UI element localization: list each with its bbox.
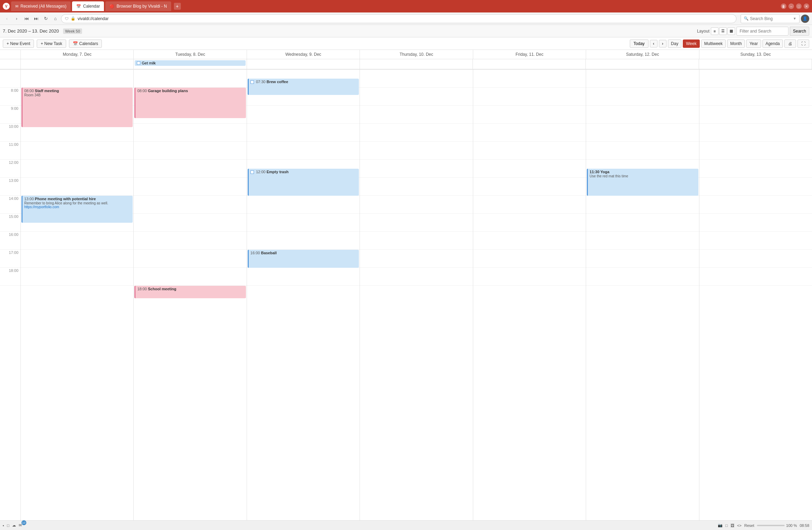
screenshot-icon[interactable]: 📷 (718, 523, 723, 528)
layout-icon-3[interactable]: ▦ (727, 27, 735, 35)
event-school-meeting[interactable]: 18:00 School meeting (134, 286, 246, 298)
thu-16[interactable] (360, 232, 473, 250)
mon-13[interactable] (21, 178, 133, 196)
tue-16[interactable] (134, 232, 246, 250)
tue-15[interactable] (134, 214, 246, 232)
event-brew-coffee[interactable]: 07:30 Brew coffee (248, 79, 359, 95)
sun-13[interactable] (699, 178, 812, 196)
phone-meeting-link[interactable]: https://myportfolio.com (24, 205, 131, 209)
thu-15[interactable] (360, 214, 473, 232)
wed-9[interactable] (247, 106, 360, 124)
mon-12[interactable] (21, 160, 133, 178)
calendars-button[interactable]: 📅 Calendars (69, 39, 102, 48)
code-icon[interactable]: <> (737, 523, 742, 528)
sun-14[interactable] (699, 196, 812, 214)
sun-7[interactable] (699, 70, 812, 88)
thu-18[interactable] (360, 268, 473, 286)
wed-18[interactable] (247, 268, 360, 286)
sun-12[interactable] (699, 160, 812, 178)
url-bar[interactable]: 🛡 🔒 vivaldi://calendar (61, 14, 736, 23)
view-day[interactable]: Day (668, 39, 681, 48)
fri-18[interactable] (473, 268, 586, 286)
layout-icon-1[interactable]: ≡ (711, 27, 718, 35)
sun-10[interactable] (699, 124, 812, 142)
thu-8[interactable] (360, 88, 473, 106)
mon-7[interactable] (21, 70, 133, 88)
back-button[interactable]: ‹ (3, 15, 11, 23)
view-month[interactable]: Month (727, 39, 745, 48)
reset-button[interactable]: Reset (744, 523, 754, 528)
wed-10[interactable] (247, 124, 360, 142)
layout-icon-2[interactable]: ☰ (719, 27, 727, 35)
tue-12[interactable] (134, 160, 246, 178)
search-bar[interactable]: 🔍 ▼ (741, 14, 800, 23)
thu-11[interactable] (360, 142, 473, 160)
filter-search-input[interactable] (736, 27, 788, 36)
fri-10[interactable] (473, 124, 586, 142)
fast-forward-button[interactable]: ⏭ (32, 15, 40, 23)
event-staff-meeting[interactable]: 08:00 Staff meeting Room 34B (21, 88, 133, 127)
search-input[interactable] (750, 16, 792, 21)
search-dropdown-icon[interactable]: ▼ (793, 17, 796, 20)
mon-17[interactable] (21, 250, 133, 268)
tab-icon-status[interactable]: □ (7, 523, 9, 528)
wed-15[interactable] (247, 214, 360, 232)
sun-11[interactable] (699, 142, 812, 160)
wed-14[interactable] (247, 196, 360, 214)
fullscreen-button[interactable]: ⛶ (797, 39, 809, 48)
get-milk-checkbox[interactable] (137, 61, 140, 65)
today-button[interactable]: Today (630, 39, 648, 48)
tue-18[interactable] (134, 268, 246, 286)
tue-13[interactable] (134, 178, 246, 196)
view-year[interactable]: Year (746, 39, 761, 48)
thu-10[interactable] (360, 124, 473, 142)
event-baseball[interactable]: 16:00 Baseball (248, 250, 359, 268)
next-week-button[interactable]: › (659, 40, 667, 47)
mail-status-icon[interactable]: ✉ 10 (19, 523, 22, 528)
event-empty-trash[interactable]: 12:00 Empty trash (248, 169, 359, 196)
sun-18[interactable] (699, 268, 812, 286)
event-phone-meeting[interactable]: 13:00 Phone meeting with potential hire … (21, 196, 133, 223)
filter-search-button[interactable]: Search (790, 27, 809, 36)
thu-14[interactable] (360, 196, 473, 214)
wed-11[interactable] (247, 142, 360, 160)
minimize-button[interactable]: – (788, 3, 794, 9)
fri-7[interactable] (473, 70, 586, 88)
prev-week-button[interactable]: ‹ (650, 40, 657, 47)
notes-icon[interactable]: ☁ (12, 523, 16, 528)
thu-12[interactable] (360, 160, 473, 178)
thu-13[interactable] (360, 178, 473, 196)
reload-button[interactable]: ↻ (42, 15, 50, 23)
mon-11[interactable] (21, 142, 133, 160)
view-week[interactable]: Week (683, 39, 699, 48)
thu-9[interactable] (360, 106, 473, 124)
home-button[interactable]: ⌂ (51, 15, 60, 23)
wed-16[interactable] (247, 232, 360, 250)
tue-7[interactable] (134, 70, 246, 88)
mon-18[interactable] (21, 268, 133, 286)
forward-button[interactable]: › (12, 15, 21, 23)
thu-7[interactable] (360, 70, 473, 88)
fri-14[interactable] (473, 196, 586, 214)
panel-icon[interactable]: ▪ (3, 523, 4, 528)
fri-8[interactable] (473, 88, 586, 106)
fri-17[interactable] (473, 250, 586, 268)
allday-event-get-milk[interactable]: Get milk (135, 60, 245, 66)
print-button[interactable]: 🖨 (784, 39, 796, 48)
brew-coffee-checkbox[interactable] (250, 80, 254, 84)
mon-16[interactable] (21, 232, 133, 250)
sat-8[interactable] (586, 88, 699, 106)
sat-9[interactable] (586, 106, 699, 124)
event-yoga[interactable]: 11:30 Yoga Use the red mat this time (587, 169, 698, 196)
sun-9[interactable] (699, 106, 812, 124)
sat-7[interactable] (586, 70, 699, 88)
sat-14[interactable] (586, 196, 699, 214)
tue-14[interactable] (134, 196, 246, 214)
empty-trash-checkbox[interactable] (250, 170, 254, 174)
thu-17[interactable] (360, 250, 473, 268)
sat-11[interactable] (586, 142, 699, 160)
vivaldi-logo[interactable]: V (3, 3, 10, 10)
view-agenda[interactable]: Agenda (762, 39, 783, 48)
view-multiweek[interactable]: Multiweek (701, 39, 726, 48)
close-button[interactable]: ✕ (804, 3, 809, 9)
